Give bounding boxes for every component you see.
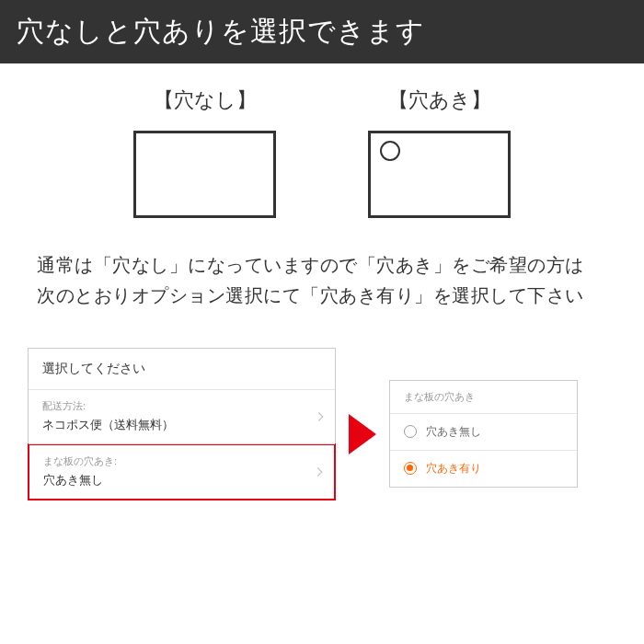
hole-option-value: 穴あき無し <box>43 473 320 489</box>
instruction-line-2: 次のとおりオプション選択にて「穴あき有り」を選択して下さい <box>37 281 607 311</box>
shipping-value: ネコポス便（送料無料） <box>42 418 321 433</box>
options-row: 【穴なし】 【穴あき】 <box>37 86 607 218</box>
no-hole-label: 【穴なし】 <box>154 86 257 114</box>
radio-panel-header: まな板の穴あき <box>390 381 577 414</box>
selection-panel: 選択してください 配送方法: ネコポス便（送料無料） まな板の穴あき: 穴あき無… <box>28 348 336 500</box>
hole-option-label: まな板の穴あき: <box>43 454 320 468</box>
page-title: 穴なしと穴ありを選択できます <box>17 16 425 46</box>
radio-option-no-hole[interactable]: 穴あき無し <box>390 414 577 451</box>
highlighted-row-frame: まな板の穴あき: 穴あき無し <box>28 443 336 500</box>
shipping-label: 配送方法: <box>42 399 321 413</box>
selection-panel-header: 選択してください <box>29 349 335 390</box>
instruction-text: 通常は「穴なし」になっていますので「穴あき」をご希望の方は 次のとおりオプション… <box>37 250 607 311</box>
radio-panel: まな板の穴あき 穴あき無し 穴あき有り <box>389 380 578 488</box>
content-area: 【穴なし】 【穴あき】 通常は「穴なし」になっていますので「穴あき」をご希望の方… <box>0 63 644 519</box>
board-diagram-with-hole <box>368 131 511 218</box>
forms-row: 選択してください 配送方法: ネコポス便（送料無料） まな板の穴あき: 穴あき無… <box>28 348 607 500</box>
radio-label-no-hole: 穴あき無し <box>426 424 481 440</box>
radio-option-with-hole[interactable]: 穴あき有り <box>390 451 577 487</box>
page-title-bar: 穴なしと穴ありを選択できます <box>0 0 644 63</box>
with-hole-label: 【穴あき】 <box>388 86 491 114</box>
hole-icon <box>380 141 400 161</box>
board-diagram-no-hole <box>133 131 276 218</box>
instruction-line-1: 通常は「穴なし」になっていますので「穴あき」をご希望の方は <box>37 250 607 281</box>
radio-icon-selected <box>404 462 417 475</box>
radio-label-with-hole: 穴あき有り <box>426 461 481 477</box>
hole-option-row[interactable]: まな板の穴あき: 穴あき無し <box>29 445 334 499</box>
radio-icon <box>404 425 417 438</box>
option-with-hole: 【穴あき】 <box>368 86 511 218</box>
shipping-method-row[interactable]: 配送方法: ネコポス便（送料無料） <box>29 390 335 444</box>
arrow-icon <box>345 414 380 454</box>
option-no-hole: 【穴なし】 <box>133 86 276 218</box>
